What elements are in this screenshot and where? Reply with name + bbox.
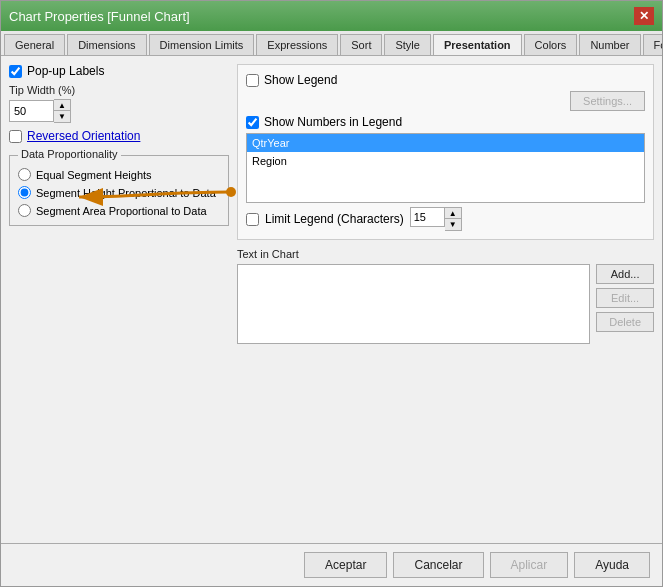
radio-area-label: Segment Area Proportional to Data [36,205,207,217]
tip-width-label: Tip Width (%) [9,84,229,96]
popup-labels-label: Pop-up Labels [27,64,104,78]
limit-legend-row: Limit Legend (Characters) 15 ▲ ▼ [246,207,645,231]
close-button[interactable]: ✕ [634,7,654,25]
tab-presentation[interactable]: Presentation [433,34,522,56]
title-bar: Chart Properties [Funnel Chart] ✕ [1,1,662,31]
radio-group: Equal Segment Heights Segment Height Pro… [18,164,220,217]
tip-width-up[interactable]: ▲ [54,100,70,111]
limit-value-input[interactable]: 15 [410,207,445,227]
show-numbers-checkbox[interactable] [246,116,259,129]
tab-expressions[interactable]: Expressions [256,34,338,55]
show-legend-checkbox[interactable] [246,74,259,87]
text-in-chart-label: Text in Chart [237,248,654,260]
text-chart-list[interactable] [237,264,590,344]
main-window: Chart Properties [Funnel Chart] ✕ Genera… [0,0,663,587]
tip-width-group: Tip Width (%) 50 ▲ ▼ [9,84,229,123]
data-proportionality-group: Data Proportionality Equal Segment Heigh… [9,155,229,226]
data-proportionality-container: Data Proportionality Equal Segment Heigh… [9,149,229,226]
tip-width-down[interactable]: ▼ [54,111,70,122]
show-legend-row: Show Legend [246,73,645,87]
limit-legend-label: Limit Legend (Characters) [265,212,404,226]
popup-labels-row: Pop-up Labels [9,64,229,78]
show-legend-section: Show Legend Settings... Show Numbers in … [237,64,654,240]
radio-equal[interactable] [18,168,31,181]
cancelar-button[interactable]: Cancelar [393,552,483,578]
tab-general[interactable]: General [4,34,65,55]
limit-spin: 15 ▲ ▼ [410,207,462,231]
radio-proportional[interactable] [18,186,31,199]
tab-dimension-limits[interactable]: Dimension Limits [149,34,255,55]
add-button[interactable]: Add... [596,264,654,284]
tab-number[interactable]: Number [579,34,640,55]
popup-labels-checkbox[interactable] [9,65,22,78]
radio-area-row: Segment Area Proportional to Data [18,204,220,217]
show-numbers-row: Show Numbers in Legend [246,115,645,129]
tab-dimensions[interactable]: Dimensions [67,34,146,55]
settings-btn-row: Settings... [246,91,645,111]
limit-down[interactable]: ▼ [445,219,461,230]
data-proportionality-title: Data Proportionality [18,148,121,160]
radio-proportional-row: Segment Height Proportional to Data [18,186,220,199]
footer: Aceptar Cancelar Aplicar Ayuda [1,543,662,586]
window-title: Chart Properties [Funnel Chart] [9,9,190,24]
tip-width-spin-buttons: ▲ ▼ [54,99,71,123]
left-panel: Pop-up Labels Tip Width (%) 50 ▲ ▼ Rever… [9,64,229,535]
right-panel: Show Legend Settings... Show Numbers in … [237,64,654,535]
tab-font[interactable]: Font [643,34,663,55]
limit-spin-buttons: ▲ ▼ [445,207,462,231]
delete-button[interactable]: Delete [596,312,654,332]
radio-equal-label: Equal Segment Heights [36,169,152,181]
radio-proportional-label: Segment Height Proportional to Data [36,187,216,199]
tab-style[interactable]: Style [384,34,430,55]
legend-list[interactable]: QtrYear Region [246,133,645,203]
radio-area[interactable] [18,204,31,217]
show-numbers-label: Show Numbers in Legend [264,115,402,129]
tab-colors[interactable]: Colors [524,34,578,55]
ayuda-button[interactable]: Ayuda [574,552,650,578]
reversed-orientation-row: Reversed Orientation [9,129,229,143]
settings-button[interactable]: Settings... [570,91,645,111]
text-chart-buttons: Add... Edit... Delete [596,264,654,344]
aplicar-button[interactable]: Aplicar [490,552,569,578]
radio-equal-row: Equal Segment Heights [18,168,220,181]
tab-bar: General Dimensions Dimension Limits Expr… [1,31,662,56]
legend-item-region[interactable]: Region [247,152,644,170]
limit-legend-checkbox[interactable] [246,213,259,226]
legend-item-qtryear[interactable]: QtrYear [247,134,644,152]
reversed-orientation-label: Reversed Orientation [27,129,140,143]
content-area: Pop-up Labels Tip Width (%) 50 ▲ ▼ Rever… [1,56,662,543]
reversed-orientation-checkbox[interactable] [9,130,22,143]
text-in-chart-section: Text in Chart Add... Edit... Delete [237,248,654,344]
show-legend-label: Show Legend [264,73,337,87]
tab-sort[interactable]: Sort [340,34,382,55]
tip-width-input[interactable]: 50 [9,100,54,122]
tip-width-spin: 50 ▲ ▼ [9,99,229,123]
limit-up[interactable]: ▲ [445,208,461,219]
text-chart-controls: Add... Edit... Delete [237,264,654,344]
edit-button[interactable]: Edit... [596,288,654,308]
aceptar-button[interactable]: Aceptar [304,552,387,578]
